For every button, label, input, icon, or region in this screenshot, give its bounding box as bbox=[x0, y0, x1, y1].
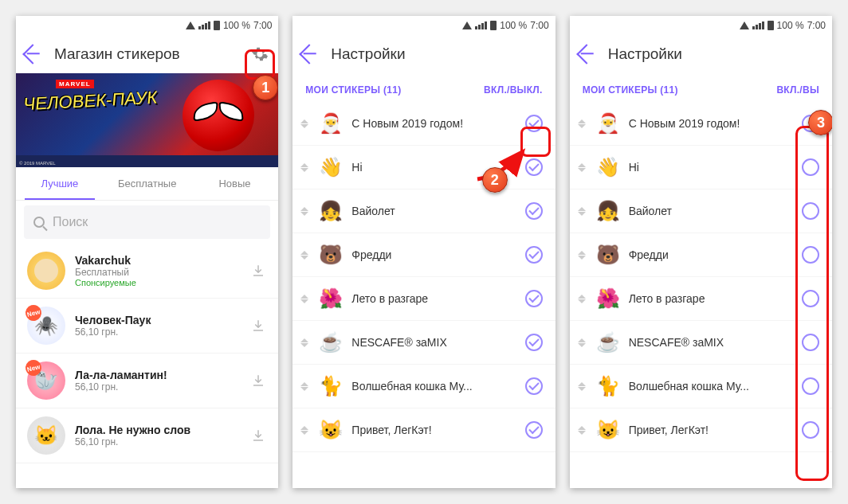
featured-banner[interactable]: MARVEL ЧЕЛОВЕК-ПАУК © 2019 MARVEL bbox=[16, 73, 278, 167]
store-item[interactable]: New Человек-Паук 56,10 грн. bbox=[16, 299, 278, 354]
status-bar: 100 % 7:00 bbox=[570, 16, 832, 35]
sticker-row[interactable]: 🎅С Новым 2019 годом! bbox=[570, 102, 832, 146]
sticker-row[interactable]: 👧Вайолет bbox=[570, 189, 832, 233]
toggle-check[interactable] bbox=[525, 421, 543, 439]
sticker-row[interactable]: 🌺Лето в разгаре bbox=[570, 277, 832, 321]
sticker-thumb: 🎅 bbox=[594, 109, 622, 138]
app-bar: Настройки bbox=[570, 35, 832, 73]
drag-handle-icon[interactable] bbox=[299, 119, 310, 128]
page-title: Настройки bbox=[608, 45, 822, 63]
sticker-row[interactable]: 🐻Фредди bbox=[292, 233, 555, 277]
app-bar: Настройки bbox=[292, 35, 555, 73]
tab-new[interactable]: Новые bbox=[191, 167, 279, 200]
sticker-name: Лето в разгаре bbox=[629, 292, 795, 305]
store-item[interactable]: Vakarchuk Бесплатный Спонсируемые bbox=[16, 244, 278, 299]
sticker-row[interactable]: 😺Привет, ЛегКэт! bbox=[292, 408, 555, 452]
sticker-thumb: 🐻 bbox=[316, 240, 345, 269]
header-toggle: ВКЛ./ВЫ bbox=[776, 84, 819, 96]
drag-handle-icon[interactable] bbox=[299, 207, 310, 216]
battery-icon bbox=[214, 21, 220, 30]
download-icon[interactable] bbox=[249, 262, 267, 279]
toggle-check[interactable] bbox=[525, 202, 543, 220]
screen-settings-unchecked: 100 % 7:00 Настройки МОИ СТИКЕРЫ (11) ВК… bbox=[570, 16, 832, 488]
drag-handle-icon[interactable] bbox=[299, 295, 310, 303]
sticker-row[interactable]: 🐈Волшебная кошка Му... bbox=[292, 365, 555, 408]
battery-percent: 100 % bbox=[500, 20, 527, 31]
drag-handle-icon[interactable] bbox=[576, 163, 587, 172]
toggle-check[interactable] bbox=[525, 377, 543, 395]
sticker-thumb: 🐻 bbox=[594, 240, 622, 269]
pack-thumb: New bbox=[27, 307, 65, 345]
pack-price: 56,10 грн. bbox=[75, 436, 240, 447]
sticker-row[interactable]: 🐻Фредди bbox=[570, 233, 832, 277]
sticker-list: 🎅С Новым 2019 годом!👋Hi👧Вайолет🐻Фредди🌺Л… bbox=[570, 102, 832, 488]
sticker-name: Вайолет bbox=[629, 205, 795, 217]
download-icon[interactable] bbox=[249, 317, 267, 334]
drag-handle-icon[interactable] bbox=[576, 207, 587, 216]
highlight-box-toggles-column bbox=[795, 126, 829, 481]
drag-handle-icon[interactable] bbox=[299, 382, 310, 391]
tab-free[interactable]: Бесплатные bbox=[104, 167, 191, 200]
pack-thumb bbox=[27, 416, 65, 455]
pack-price: 56,10 грн. bbox=[75, 381, 240, 393]
drag-handle-icon[interactable] bbox=[576, 338, 587, 347]
drag-handle-icon[interactable] bbox=[576, 251, 587, 260]
wifi-icon bbox=[186, 21, 195, 29]
sticker-thumb: 😺 bbox=[594, 416, 622, 444]
section-header: МОИ СТИКЕРЫ (11) ВКЛ./ВЫКЛ. bbox=[292, 73, 555, 102]
store-item[interactable]: New Ла-ла-ламантин! 56,10 грн. bbox=[16, 354, 278, 408]
store-item[interactable]: Лола. Не нужно слов 56,10 грн. bbox=[16, 408, 278, 463]
sticker-name: С Новым 2019 годом! bbox=[629, 117, 795, 130]
drag-handle-icon[interactable] bbox=[299, 338, 310, 347]
sticker-name: Лето в разгаре bbox=[351, 292, 518, 305]
sticker-row[interactable]: 🎅С Новым 2019 годом! bbox=[292, 102, 555, 146]
sticker-row[interactable]: 🐈Волшебная кошка Му... bbox=[570, 365, 832, 408]
status-time: 7:00 bbox=[253, 20, 272, 31]
drag-handle-icon[interactable] bbox=[299, 251, 310, 260]
back-icon[interactable] bbox=[300, 44, 320, 64]
wifi-icon bbox=[462, 21, 472, 29]
new-badge: New bbox=[24, 303, 43, 322]
sticker-row[interactable]: ☕NESCAFE® заMIX bbox=[570, 321, 832, 365]
sticker-thumb: 🐈 bbox=[316, 372, 345, 400]
toggle-check[interactable] bbox=[525, 246, 543, 264]
sticker-thumb: ☕ bbox=[316, 328, 345, 357]
back-icon[interactable] bbox=[576, 44, 596, 64]
drag-handle-icon[interactable] bbox=[576, 295, 587, 303]
sticker-name: Волшебная кошка Му... bbox=[629, 380, 795, 393]
pack-name: Лола. Не нужно слов bbox=[75, 424, 240, 436]
pack-sponsor: Спонсируемые bbox=[75, 278, 240, 287]
drag-handle-icon[interactable] bbox=[299, 163, 310, 172]
sticker-thumb: 👧 bbox=[316, 197, 345, 225]
sticker-row[interactable]: 🌺Лето в разгаре bbox=[292, 277, 555, 321]
toggle-check[interactable] bbox=[525, 290, 543, 307]
sticker-row[interactable]: 👋Hi bbox=[570, 146, 832, 189]
sticker-row[interactable]: 😺Привет, ЛегКэт! bbox=[570, 408, 832, 452]
back-icon[interactable] bbox=[22, 44, 42, 64]
screen-sticker-store: 100 % 7:00 Магазин стикеров MARVEL ЧЕЛОВ… bbox=[16, 16, 278, 488]
sticker-thumb: 👧 bbox=[594, 197, 622, 225]
signal-icon bbox=[475, 21, 487, 29]
drag-handle-icon[interactable] bbox=[576, 426, 587, 435]
download-icon[interactable] bbox=[249, 427, 267, 444]
drag-handle-icon[interactable] bbox=[576, 382, 587, 391]
screen-settings-checked: 100 % 7:00 Настройки МОИ СТИКЕРЫ (11) ВК… bbox=[292, 16, 555, 488]
sticker-thumb: ☕ bbox=[594, 328, 622, 357]
search-bar[interactable]: Поиск bbox=[24, 205, 270, 239]
download-icon[interactable] bbox=[249, 372, 267, 389]
status-bar: 100 % 7:00 bbox=[16, 16, 278, 35]
battery-percent: 100 % bbox=[777, 20, 804, 31]
drag-handle-icon[interactable] bbox=[576, 119, 587, 128]
sticker-name: Привет, ЛегКэт! bbox=[351, 424, 518, 436]
header-my-stickers: МОИ СТИКЕРЫ (11) bbox=[305, 84, 401, 96]
sticker-row[interactable]: 👧Вайолет bbox=[292, 189, 555, 233]
store-list: Vakarchuk Бесплатный Спонсируемые New Че… bbox=[16, 244, 278, 488]
signal-icon bbox=[752, 21, 764, 29]
callout-2: 2 bbox=[482, 167, 508, 193]
status-time: 7:00 bbox=[807, 20, 826, 31]
sticker-thumb: 👋 bbox=[316, 153, 345, 182]
toggle-check[interactable] bbox=[525, 334, 543, 351]
drag-handle-icon[interactable] bbox=[299, 426, 310, 435]
tab-best[interactable]: Лучшие bbox=[16, 167, 104, 200]
sticker-row[interactable]: ☕NESCAFE® заMIX bbox=[292, 321, 555, 365]
